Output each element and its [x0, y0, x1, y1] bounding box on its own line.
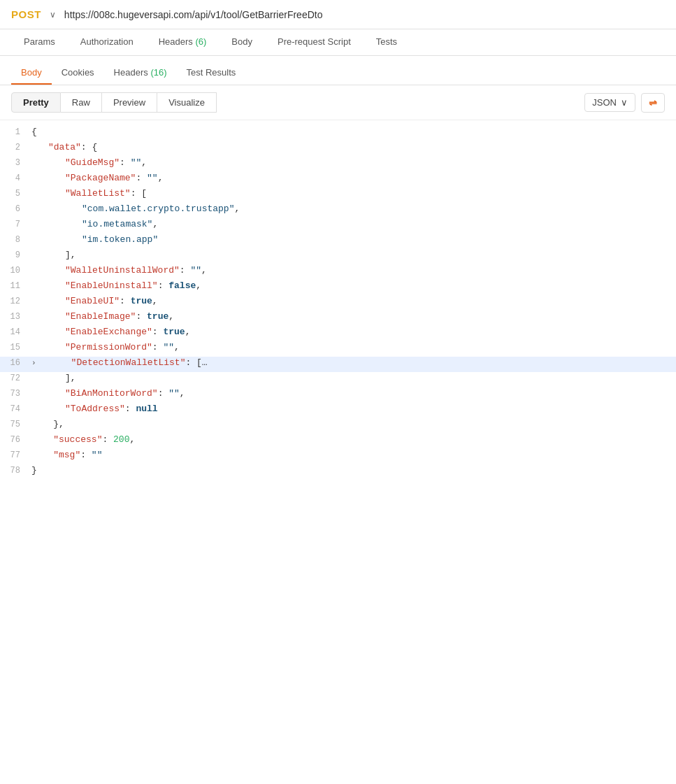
- line-content: "im.token.app": [31, 234, 676, 245]
- line-content: "com.wallet.crypto.trustapp",: [31, 204, 676, 214]
- language-label: JSON: [592, 97, 617, 108]
- json-line: 75 },: [0, 418, 676, 434]
- line-number: 2: [0, 142, 31, 152]
- tab-body-response[interactable]: Body: [11, 62, 52, 85]
- line-content: "PackageName": "",: [31, 173, 676, 183]
- format-preview-btn[interactable]: Preview: [102, 92, 157, 113]
- line-number: 11: [0, 280, 31, 291]
- line-number: 73: [0, 388, 31, 399]
- json-line: 8"im.token.app": [0, 234, 676, 249]
- tab-cookies[interactable]: Cookies: [52, 62, 104, 85]
- json-line: 9],: [0, 249, 676, 264]
- line-number: 16: [0, 357, 31, 368]
- json-line: 78}: [0, 464, 676, 480]
- line-content: "ToAddress": null: [31, 404, 676, 414]
- line-content: "success": 200,: [31, 434, 676, 445]
- line-content: "msg": "": [31, 450, 676, 460]
- line-number: 13: [0, 311, 31, 322]
- language-chevron-icon: ∨: [621, 97, 628, 108]
- line-content: "EnableUninstall": false,: [31, 280, 676, 291]
- json-line: 14"EnableExchange": true,: [0, 326, 676, 341]
- method-chevron-icon[interactable]: ∨: [50, 10, 56, 20]
- json-line: 3"GuideMsg": "",: [0, 157, 676, 172]
- json-line: 76 "success": 200,: [0, 434, 676, 449]
- line-number: 8: [0, 234, 31, 245]
- line-number: 7: [0, 219, 31, 229]
- line-content: "WalletList": [: [31, 188, 676, 199]
- json-line: 77 "msg": "": [0, 449, 676, 464]
- http-method[interactable]: POST: [11, 8, 41, 20]
- json-line: 72],: [0, 372, 676, 387]
- line-content: ],: [31, 373, 676, 383]
- json-line: 4"PackageName": "",: [0, 172, 676, 187]
- url-bar: POST ∨ https://008c.hugeversapi.com/api/…: [0, 0, 676, 29]
- line-content: "EnableImage": true,: [31, 311, 676, 322]
- format-visualize-btn[interactable]: Visualize: [157, 92, 217, 113]
- line-number: 9: [0, 250, 31, 260]
- tab-pre-request-script[interactable]: Pre-request Script: [265, 29, 364, 55]
- line-content: "data": {: [31, 142, 676, 152]
- tab-authorization[interactable]: Authorization: [68, 29, 146, 55]
- line-number: 15: [0, 342, 31, 352]
- json-line: 16›"DetectionWalletList": […: [0, 357, 676, 372]
- line-number: 75: [0, 419, 31, 429]
- line-content: "WalletUninstallWord": "",: [31, 265, 676, 276]
- tab-headers-response[interactable]: Headers (16): [104, 62, 177, 85]
- line-number: 6: [0, 204, 31, 214]
- response-tabs: Body Cookies Headers (16) Test Results: [0, 56, 676, 85]
- json-body: 1{2"data": {3"GuideMsg": "",4"PackageNam…: [0, 120, 676, 485]
- line-number: 14: [0, 327, 31, 337]
- line-number: 74: [0, 404, 31, 414]
- tab-tests[interactable]: Tests: [364, 29, 410, 55]
- request-tabs: Params Authorization Headers (6) Body Pr…: [0, 29, 676, 56]
- line-content: "BiAnMonitorWord": "",: [31, 388, 676, 399]
- json-line: 15"PermissionWord": "",: [0, 341, 676, 357]
- json-line: 12"EnableUI": true,: [0, 295, 676, 311]
- tab-test-results[interactable]: Test Results: [177, 62, 246, 85]
- json-line: 6"com.wallet.crypto.trustapp",: [0, 203, 676, 218]
- line-content: },: [31, 419, 676, 429]
- line-content: {: [31, 127, 676, 137]
- json-line: 5"WalletList": [: [0, 187, 676, 203]
- line-content: "io.metamask",: [31, 219, 676, 229]
- line-number: 3: [0, 157, 31, 168]
- line-content: ›"DetectionWalletList": […: [31, 357, 676, 368]
- json-line: 7"io.metamask",: [0, 218, 676, 234]
- json-line: 11"EnableUninstall": false,: [0, 280, 676, 295]
- format-raw-btn[interactable]: Raw: [61, 92, 102, 113]
- line-content: ],: [31, 250, 676, 260]
- line-number: 5: [0, 188, 31, 199]
- line-number: 78: [0, 465, 31, 476]
- tab-headers-request[interactable]: Headers (6): [146, 29, 220, 55]
- line-content: "PermissionWord": "",: [31, 342, 676, 352]
- line-number: 12: [0, 296, 31, 306]
- json-line: 73"BiAnMonitorWord": "",: [0, 387, 676, 403]
- line-content: "EnableUI": true,: [31, 296, 676, 306]
- format-pretty-btn[interactable]: Pretty: [11, 92, 61, 113]
- tab-params[interactable]: Params: [11, 29, 68, 55]
- format-toolbar: Pretty Raw Preview Visualize JSON ∨ ⇌: [0, 85, 676, 120]
- json-line: 74"ToAddress": null: [0, 403, 676, 418]
- line-number: 10: [0, 265, 31, 276]
- wrap-button[interactable]: ⇌: [641, 93, 665, 113]
- json-line: 2"data": {: [0, 141, 676, 157]
- json-line: 13"EnableImage": true,: [0, 311, 676, 326]
- line-content: }: [31, 465, 676, 476]
- tab-body-request[interactable]: Body: [219, 29, 265, 55]
- language-selector[interactable]: JSON ∨: [584, 93, 635, 112]
- line-number: 76: [0, 434, 31, 445]
- url-field[interactable]: https://008c.hugeversapi.com/api/v1/tool…: [64, 9, 665, 20]
- line-number: 4: [0, 173, 31, 183]
- line-number: 77: [0, 450, 31, 460]
- line-number: 1: [0, 127, 31, 137]
- json-line: 1{: [0, 126, 676, 141]
- json-line: 10"WalletUninstallWord": "",: [0, 264, 676, 280]
- line-content: "GuideMsg": "",: [31, 157, 676, 168]
- line-number: 72: [0, 373, 31, 383]
- line-content: "EnableExchange": true,: [31, 327, 676, 337]
